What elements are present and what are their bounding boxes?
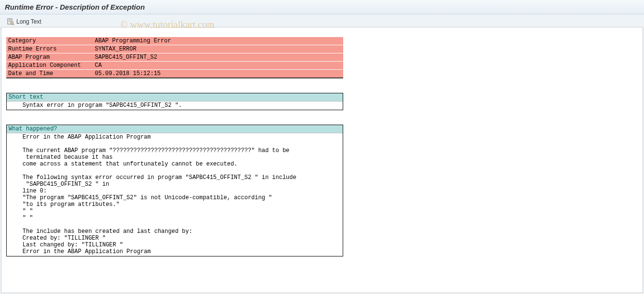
page-title: Runtime Error - Description of Exception: [0, 0, 644, 14]
summary-label: Runtime Errors: [6, 45, 93, 53]
what-happened-section: What happened? Error in the ABAP Applica…: [6, 125, 343, 256]
long-text-label: Long Text: [16, 18, 41, 25]
summary-label: Category: [6, 37, 93, 45]
summary-label: Date and Time: [6, 70, 93, 78]
page-title-text: Runtime Error - Description of Exception: [5, 3, 145, 11]
short-text-title: Short text: [7, 93, 343, 102]
table-row: Date and Time05.09.2018 15:12:15: [6, 70, 343, 78]
summary-table: CategoryABAP Programming ErrorRuntime Er…: [6, 37, 343, 78]
what-happened-body: Error in the ABAP Application Program Th…: [7, 133, 343, 256]
summary-value: ABAP Programming Error: [93, 37, 343, 45]
summary-label: Application Component: [6, 62, 93, 70]
long-text-button[interactable]: Long Text: [5, 17, 43, 26]
svg-rect-0: [8, 19, 12, 24]
short-text-body: Syntax error in program "SAPBC415_OFFINT…: [7, 102, 343, 110]
what-happened-title: What happened?: [7, 125, 343, 133]
summary-value: 05.09.2018 15:12:15: [93, 70, 343, 78]
svg-line-5: [13, 24, 14, 25]
summary-label: ABAP Program: [6, 53, 93, 62]
table-row: ABAP ProgramSAPBC415_OFFINT_S2: [6, 53, 343, 62]
short-text-section: Short text Syntax error in program "SAPB…: [6, 93, 343, 110]
table-row: Runtime ErrorsSYNTAX_ERROR: [6, 45, 343, 53]
summary-value: SYNTAX_ERROR: [93, 45, 343, 53]
table-row: CategoryABAP Programming Error: [6, 37, 343, 45]
table-row: Application ComponentCA: [6, 62, 343, 70]
content-area[interactable]: CategoryABAP Programming ErrorRuntime Er…: [1, 27, 643, 293]
summary-value: SAPBC415_OFFINT_S2: [93, 53, 343, 62]
long-text-icon: [7, 18, 14, 25]
summary-value: CA: [93, 62, 343, 70]
